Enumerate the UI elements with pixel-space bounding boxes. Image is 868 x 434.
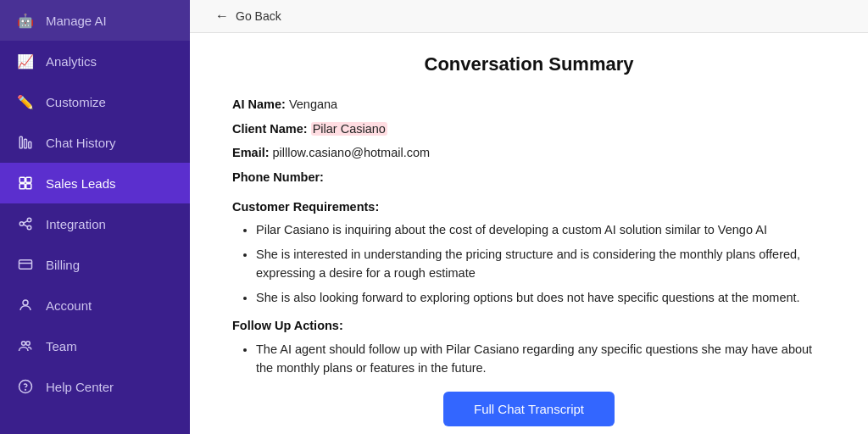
help-center-icon xyxy=(17,378,34,395)
page-title: Conversation Summary xyxy=(232,53,826,75)
phone-number-label: Phone Number: xyxy=(232,170,324,184)
svg-point-16 xyxy=(26,342,31,346)
sidebar-item-billing[interactable]: Billing xyxy=(0,244,190,285)
integration-icon xyxy=(17,215,34,232)
sidebar: 🤖 Manage AI 📈 Analytics ✏️ Customize Cha… xyxy=(0,0,190,434)
svg-point-18 xyxy=(25,389,26,390)
sidebar-item-label: Team xyxy=(46,339,77,353)
svg-line-11 xyxy=(24,225,28,227)
billing-icon xyxy=(17,256,34,273)
ai-name-value: Vengana xyxy=(289,97,337,111)
sidebar-item-label: Billing xyxy=(46,258,80,272)
svg-point-14 xyxy=(23,300,28,305)
follow-up-actions-header: Follow Up Actions: xyxy=(232,315,826,337)
sidebar-item-analytics[interactable]: 📈 Analytics xyxy=(0,41,190,81)
sidebar-item-chat-history[interactable]: Chat History xyxy=(0,122,190,163)
client-name-row: Client Name: Pilar Casiano xyxy=(232,119,826,140)
svg-point-7 xyxy=(19,222,24,226)
sidebar-item-account[interactable]: Account xyxy=(0,285,190,326)
sidebar-item-sales-leads[interactable]: Sales Leads xyxy=(0,163,190,203)
go-back-arrow-icon: ← xyxy=(215,8,229,24)
sidebar-item-label: Account xyxy=(46,298,92,313)
content-area: Conversation Summary AI Name: Vengana Cl… xyxy=(190,33,868,434)
list-item: Pilar Casiano is inquiring about the cos… xyxy=(256,220,826,239)
sidebar-item-label: Integration xyxy=(46,217,106,231)
phone-number-row: Phone Number: xyxy=(232,167,826,188)
svg-rect-4 xyxy=(26,177,31,182)
full-chat-transcript-button[interactable]: Full Chat Transcript xyxy=(443,392,615,426)
list-item: She is also looking forward to exploring… xyxy=(256,288,826,307)
sidebar-item-label: Chat History xyxy=(46,136,116,150)
sidebar-item-label: Help Center xyxy=(46,380,114,394)
sidebar-item-customize[interactable]: ✏️ Customize xyxy=(0,81,190,122)
email-value: pilllow.casiano@hotmail.com xyxy=(273,146,431,159)
sidebar-item-manage-ai[interactable]: 🤖 Manage AI xyxy=(0,0,190,41)
svg-rect-0 xyxy=(19,136,22,148)
sales-leads-icon xyxy=(17,175,34,192)
list-item: She is interested in understanding the p… xyxy=(256,245,826,283)
svg-rect-6 xyxy=(26,184,31,189)
sidebar-item-label: Analytics xyxy=(46,54,97,69)
ai-name-label: AI Name: xyxy=(232,97,286,111)
manage-ai-icon: 🤖 xyxy=(17,12,34,29)
analytics-icon: 📈 xyxy=(17,53,34,70)
svg-rect-2 xyxy=(29,142,31,148)
svg-rect-3 xyxy=(19,177,25,182)
sidebar-item-team[interactable]: Team xyxy=(0,326,190,366)
sidebar-item-label: Sales Leads xyxy=(46,176,116,191)
svg-point-15 xyxy=(22,342,26,346)
sidebar-item-label: Customize xyxy=(46,95,106,109)
main-panel: ← Go Back Conversation Summary AI Name: … xyxy=(190,0,868,434)
svg-rect-12 xyxy=(19,260,32,270)
sidebar-item-integration[interactable]: Integration xyxy=(0,203,190,244)
team-icon xyxy=(17,337,34,354)
go-back-label: Go Back xyxy=(236,9,281,23)
client-name-label: Client Name: xyxy=(232,122,308,136)
email-label: Email: xyxy=(232,146,270,159)
sidebar-item-label: Manage AI xyxy=(46,14,107,28)
sidebar-item-help-center[interactable]: Help Center xyxy=(0,366,190,407)
customize-icon: ✏️ xyxy=(17,93,34,110)
customer-requirements-list: Pilar Casiano is inquiring about the cos… xyxy=(232,220,826,307)
email-row: Email: pilllow.casiano@hotmail.com xyxy=(232,142,826,164)
summary-section: AI Name: Vengana Client Name: Pilar Casi… xyxy=(232,94,826,378)
go-back-bar[interactable]: ← Go Back xyxy=(190,0,868,33)
customer-requirements-header: Customer Requirements: xyxy=(232,197,826,218)
svg-point-9 xyxy=(27,225,31,230)
chat-history-icon xyxy=(17,134,34,151)
svg-line-10 xyxy=(24,221,28,224)
ai-name-row: AI Name: Vengana xyxy=(232,94,826,115)
svg-rect-5 xyxy=(19,184,25,189)
svg-point-8 xyxy=(27,218,31,222)
account-icon xyxy=(17,297,34,314)
list-item: The AI agent should follow up with Pilar… xyxy=(256,340,826,378)
follow-up-actions-list: The AI agent should follow up with Pilar… xyxy=(232,340,826,378)
client-name-value: Pilar Casiano xyxy=(311,122,387,136)
svg-rect-1 xyxy=(25,139,27,148)
